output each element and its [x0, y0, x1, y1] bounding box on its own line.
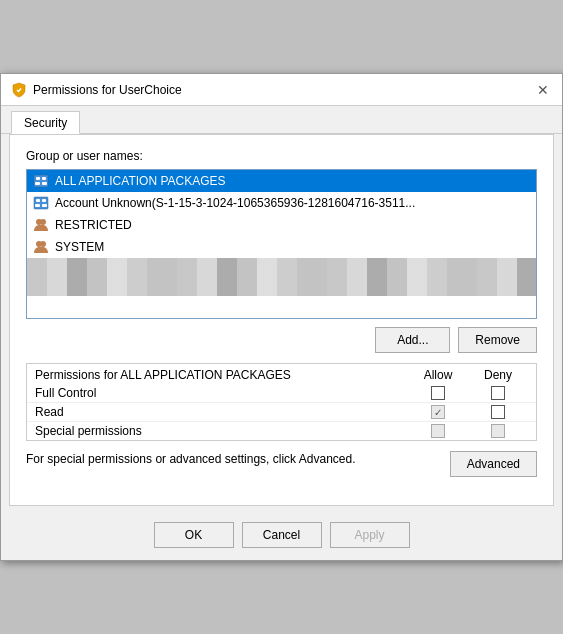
perm-row-read: Read — [27, 403, 536, 422]
perms-title-row: Permissions for ALL APPLICATION PACKAGES… — [27, 364, 536, 384]
advanced-button[interactable]: Advanced — [450, 451, 537, 477]
shield-icon — [11, 82, 27, 98]
add-button[interactable]: Add... — [375, 327, 450, 353]
apply-button[interactable]: Apply — [330, 522, 410, 548]
user-icon-system — [33, 239, 49, 255]
user-item-system[interactable]: SYSTEM — [27, 236, 536, 258]
user-group-icon-2 — [33, 195, 49, 211]
perm-allow-special-cell — [408, 424, 468, 438]
ok-button[interactable]: OK — [154, 522, 234, 548]
main-content: Group or user names: ALL APPLICATION PAC… — [9, 134, 554, 506]
user-item-label: ALL APPLICATION PACKAGES — [55, 174, 226, 188]
perm-allow-special[interactable] — [431, 424, 445, 438]
perm-allow-full-control-cell — [408, 386, 468, 400]
perm-row-special: Special permissions — [27, 422, 536, 440]
user-item-blurred — [27, 258, 536, 296]
permissions-dialog: Permissions for UserChoice ✕ Security Gr… — [0, 73, 563, 561]
advanced-row: For special permissions or advanced sett… — [26, 451, 537, 477]
title-text: Permissions for UserChoice — [33, 83, 182, 97]
perm-deny-full-control[interactable] — [491, 386, 505, 400]
perm-deny-full-control-cell — [468, 386, 528, 400]
user-item-restricted[interactable]: RESTRICTED — [27, 214, 536, 236]
svg-rect-9 — [42, 204, 47, 207]
perm-allow-full-control[interactable] — [431, 386, 445, 400]
svg-point-11 — [40, 219, 46, 225]
cancel-button[interactable]: Cancel — [242, 522, 322, 548]
svg-rect-2 — [42, 177, 46, 180]
col-allow-header: Allow — [408, 368, 468, 382]
user-icon-restricted — [33, 217, 49, 233]
svg-rect-0 — [34, 175, 48, 187]
user-item-label-3: RESTRICTED — [55, 218, 132, 232]
permissions-header: Permissions for ALL APPLICATION PACKAGES — [35, 368, 408, 382]
perm-deny-special[interactable] — [491, 424, 505, 438]
svg-point-13 — [40, 241, 46, 247]
user-group-icon — [33, 173, 49, 189]
bottom-buttons: OK Cancel Apply — [1, 514, 562, 560]
perm-name-read: Read — [35, 405, 408, 419]
advanced-text: For special permissions or advanced sett… — [26, 451, 440, 468]
svg-rect-4 — [42, 182, 47, 185]
svg-rect-3 — [35, 182, 40, 185]
close-button[interactable]: ✕ — [534, 81, 552, 99]
user-item-account-unknown[interactable]: Account Unknown(S-1-15-3-1024-1065365936… — [27, 192, 536, 214]
remove-button[interactable]: Remove — [458, 327, 537, 353]
svg-rect-6 — [36, 199, 40, 202]
perm-row-full-control: Full Control — [27, 384, 536, 403]
perm-name-full-control: Full Control — [35, 386, 408, 400]
perm-deny-read[interactable] — [491, 405, 505, 419]
user-list: ALL APPLICATION PACKAGES Account Unknown… — [26, 169, 537, 319]
title-bar: Permissions for UserChoice ✕ — [1, 74, 562, 106]
title-bar-left: Permissions for UserChoice — [11, 82, 182, 98]
svg-rect-5 — [34, 197, 48, 209]
add-remove-buttons: Add... Remove — [26, 327, 537, 353]
tabs-row: Security — [1, 106, 562, 134]
group-label: Group or user names: — [26, 149, 537, 163]
perm-deny-read-cell — [468, 405, 528, 419]
svg-rect-8 — [35, 204, 40, 207]
svg-rect-7 — [42, 199, 46, 202]
perm-deny-special-cell — [468, 424, 528, 438]
user-item-label-2: Account Unknown(S-1-15-3-1024-1065365936… — [55, 196, 415, 210]
svg-rect-1 — [36, 177, 40, 180]
user-item-all-app-packages[interactable]: ALL APPLICATION PACKAGES — [27, 170, 536, 192]
col-deny-header: Deny — [468, 368, 528, 382]
perm-name-special: Special permissions — [35, 424, 408, 438]
user-item-label-4: SYSTEM — [55, 240, 104, 254]
tab-security[interactable]: Security — [11, 111, 80, 134]
permissions-section: Permissions for ALL APPLICATION PACKAGES… — [26, 363, 537, 441]
perm-allow-read-cell — [408, 405, 468, 419]
perm-allow-read[interactable] — [431, 405, 445, 419]
